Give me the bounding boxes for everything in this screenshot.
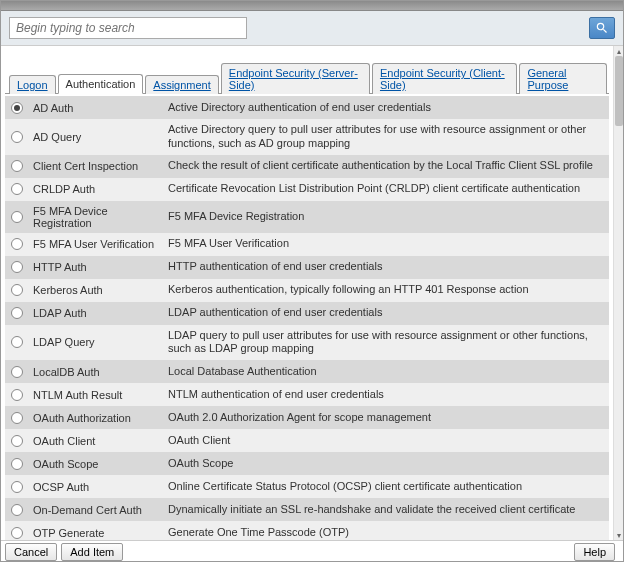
item-description: Certificate Revocation List Distribution… <box>168 182 603 196</box>
item-name: OAuth Client <box>33 435 168 447</box>
item-name: LDAP Auth <box>33 307 168 319</box>
item-name: NTLM Auth Result <box>33 389 168 401</box>
radio-button[interactable] <box>11 504 23 516</box>
list-item[interactable]: OAuth AuthorizationOAuth 2.0 Authorizati… <box>5 406 609 429</box>
list-item[interactable]: OAuth ClientOAuth Client <box>5 429 609 452</box>
radio-button[interactable] <box>11 131 23 143</box>
radio-button[interactable] <box>11 389 23 401</box>
list-item[interactable]: F5 MFA Device RegistrationF5 MFA Device … <box>5 201 609 233</box>
radio-button[interactable] <box>11 458 23 470</box>
item-description: HTTP authentication of end user credenti… <box>168 260 603 274</box>
scroll-up-arrow[interactable]: ▴ <box>614 46 624 56</box>
radio-button[interactable] <box>11 284 23 296</box>
item-description: Active Directory query to pull user attr… <box>168 123 603 151</box>
search-button[interactable] <box>589 17 615 39</box>
add-item-button[interactable]: Add Item <box>61 543 123 561</box>
radio-button[interactable] <box>11 412 23 424</box>
item-description: Dynamically initiate an SSL re-handshake… <box>168 503 603 517</box>
radio-button[interactable] <box>11 366 23 378</box>
item-description: F5 MFA User Verification <box>168 237 603 251</box>
item-name: On-Demand Cert Auth <box>33 504 168 516</box>
list-item[interactable]: OAuth ScopeOAuth Scope <box>5 452 609 475</box>
item-name: Kerberos Auth <box>33 284 168 296</box>
list-item[interactable]: On-Demand Cert AuthDynamically initiate … <box>5 498 609 521</box>
list-item[interactable]: CRLDP AuthCertificate Revocation List Di… <box>5 178 609 201</box>
item-description: Generate One Time Passcode (OTP) <box>168 526 603 540</box>
radio-button[interactable] <box>11 527 23 539</box>
content-area: LogonAuthenticationAssignmentEndpoint Se… <box>1 46 623 541</box>
item-description: OAuth Client <box>168 434 603 448</box>
radio-button[interactable] <box>11 238 23 250</box>
list-item[interactable]: Client Cert InspectionCheck the result o… <box>5 155 609 178</box>
item-name: F5 MFA User Verification <box>33 238 168 250</box>
list-item[interactable]: AD AuthActive Directory authentication o… <box>5 96 609 119</box>
item-name: CRLDP Auth <box>33 183 168 195</box>
item-name: LocalDB Auth <box>33 366 168 378</box>
item-name: OTP Generate <box>33 527 168 539</box>
item-name: Client Cert Inspection <box>33 160 168 172</box>
list-item[interactable]: HTTP AuthHTTP authentication of end user… <box>5 256 609 279</box>
item-description: Kerberos authentication, typically follo… <box>168 283 603 297</box>
item-name: AD Auth <box>33 102 168 114</box>
item-name: OAuth Scope <box>33 458 168 470</box>
scrollbar-thumb[interactable] <box>615 56 623 126</box>
item-description: Active Directory authentication of end u… <box>168 101 603 115</box>
radio-button[interactable] <box>11 183 23 195</box>
item-description: OAuth Scope <box>168 457 603 471</box>
item-description: F5 MFA Device Registration <box>168 210 603 224</box>
help-button[interactable]: Help <box>574 543 615 561</box>
item-name: OAuth Authorization <box>33 412 168 424</box>
list-item[interactable]: NTLM Auth ResultNTLM authentication of e… <box>5 383 609 406</box>
list-item[interactable]: OTP GenerateGenerate One Time Passcode (… <box>5 521 609 540</box>
footer: Cancel Add Item Help <box>1 541 623 562</box>
tab-general-purpose[interactable]: General Purpose <box>519 63 607 94</box>
item-description: LDAP authentication of end user credenti… <box>168 306 603 320</box>
item-description: Online Certificate Status Protocol (OCSP… <box>168 480 603 494</box>
radio-button[interactable] <box>11 102 23 114</box>
radio-button[interactable] <box>11 211 23 223</box>
list-item[interactable]: LocalDB AuthLocal Database Authenticatio… <box>5 360 609 383</box>
item-name: HTTP Auth <box>33 261 168 273</box>
tab-bar: LogonAuthenticationAssignmentEndpoint Se… <box>5 62 609 94</box>
tab-endpoint-security-server-side-[interactable]: Endpoint Security (Server-Side) <box>221 63 370 94</box>
list-item[interactable]: F5 MFA User VerificationF5 MFA User Veri… <box>5 233 609 256</box>
item-name: OCSP Auth <box>33 481 168 493</box>
item-description: Local Database Authentication <box>168 365 603 379</box>
radio-button[interactable] <box>11 481 23 493</box>
radio-button[interactable] <box>11 261 23 273</box>
item-name: F5 MFA Device Registration <box>33 205 168 229</box>
item-name: LDAP Query <box>33 336 168 348</box>
list-item[interactable]: LDAP AuthLDAP authentication of end user… <box>5 302 609 325</box>
item-name: AD Query <box>33 131 168 143</box>
scrollbar[interactable]: ▴ ▾ <box>613 46 623 540</box>
search-icon <box>595 21 609 35</box>
radio-button[interactable] <box>11 435 23 447</box>
list-item[interactable]: LDAP QueryLDAP query to pull user attrib… <box>5 325 609 361</box>
titlebar <box>1 1 623 11</box>
tab-logon[interactable]: Logon <box>9 75 56 94</box>
radio-button[interactable] <box>11 160 23 172</box>
cancel-button[interactable]: Cancel <box>5 543 57 561</box>
item-description: Check the result of client certificate a… <box>168 159 603 173</box>
radio-button[interactable] <box>11 307 23 319</box>
list-item[interactable]: AD QueryActive Directory query to pull u… <box>5 119 609 155</box>
search-bar <box>1 11 623 46</box>
item-description: LDAP query to pull user attributes for u… <box>168 329 603 357</box>
scroll-down-arrow[interactable]: ▾ <box>614 530 624 540</box>
tab-endpoint-security-client-side-[interactable]: Endpoint Security (Client-Side) <box>372 63 517 94</box>
item-description: NTLM authentication of end user credenti… <box>168 388 603 402</box>
list-item[interactable]: OCSP AuthOnline Certificate Status Proto… <box>5 475 609 498</box>
item-description: OAuth 2.0 Authorization Agent for scope … <box>168 411 603 425</box>
tab-assignment[interactable]: Assignment <box>145 75 218 94</box>
search-input[interactable] <box>9 17 247 39</box>
list-item[interactable]: Kerberos AuthKerberos authentication, ty… <box>5 279 609 302</box>
auth-item-list: AD AuthActive Directory authentication o… <box>5 96 609 540</box>
tab-authentication[interactable]: Authentication <box>58 74 144 94</box>
radio-button[interactable] <box>11 336 23 348</box>
